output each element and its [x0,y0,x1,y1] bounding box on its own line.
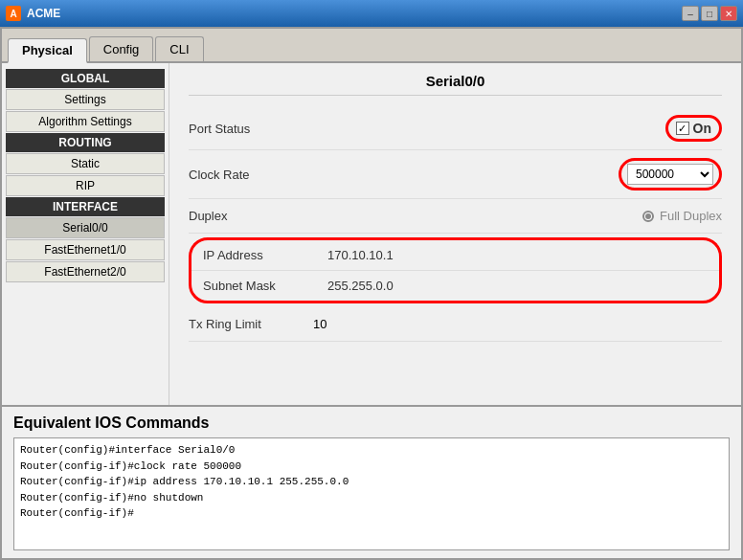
sidebar-item-fastethernet20[interactable]: FastEthernet2/0 [6,261,165,282]
clock-rate-row: Clock Rate 500000 1000000 2000000 400000… [189,150,722,199]
ios-line-4: Router(config-if)#no shutdown [20,490,723,506]
duplex-area: Full Duplex [642,209,722,223]
ios-commands-section: Equivalent IOS Commands Router(config)#i… [2,405,741,558]
app-icon: A [6,6,21,21]
subnet-mask-row: Subnet Mask 255.255.0.0 [191,271,719,301]
sidebar-item-rip[interactable]: RIP [6,175,165,196]
duplex-radio[interactable] [642,211,654,222]
duplex-value: Full Duplex [660,209,722,223]
ios-line-1: Router(config)#interface Serial0/0 [20,442,723,459]
duplex-row: Duplex Full Duplex [189,199,722,234]
ip-address-value: 170.10.10.1 [327,248,394,262]
subnet-mask-label: Subnet Mask [203,279,327,293]
duplex-label: Duplex [189,209,313,223]
clock-rate-select[interactable]: 500000 1000000 2000000 4000000 [627,164,713,185]
ip-address-label: IP Address [203,248,327,262]
port-status-area: ✓ On [665,115,722,142]
sidebar-item-static[interactable]: Static [6,153,165,174]
sidebar: GLOBAL Settings Algorithm Settings ROUTI… [2,63,169,405]
tab-physical[interactable]: Physical [8,38,87,63]
sidebar-header-routing: ROUTING [6,133,165,152]
minimize-button[interactable]: – [682,6,699,21]
sidebar-header-global: GLOBAL [6,69,165,88]
app-title: ACME [27,7,60,20]
sidebar-item-algorithm-settings[interactable]: Algorithm Settings [6,111,165,132]
ip-address-row: IP Address 170.10.10.1 [191,240,719,271]
clock-rate-area: 500000 1000000 2000000 4000000 [619,158,722,190]
maximize-button[interactable]: □ [701,6,718,21]
port-on-label: On [693,121,711,136]
ios-line-2: Router(config-if)#clock rate 500000 [20,459,723,475]
ios-line-5: Router(config-if)# [20,505,723,522]
content-area: GLOBAL Settings Algorithm Settings ROUTI… [2,63,741,405]
title-bar: A ACME – □ ✕ [0,0,743,27]
tx-ring-limit-label: Tx Ring Limit [189,317,313,331]
port-status-row: Port Status ✓ On [189,107,722,150]
clock-rate-label: Clock Rate [189,168,313,182]
sidebar-item-serial00[interactable]: Serial0/0 [6,217,165,238]
ios-line-3: Router(config-if)#ip address 170.10.10.1… [20,474,723,490]
sidebar-item-settings[interactable]: Settings [6,89,165,110]
tab-bar: Physical Config CLI [2,29,741,63]
port-status-checkbox[interactable]: ✓ [676,122,689,135]
close-button[interactable]: ✕ [720,6,737,21]
ios-console[interactable]: Router(config)#interface Serial0/0 Route… [13,437,730,550]
sidebar-header-interface: INTERFACE [6,197,165,216]
sidebar-item-fastethernet10[interactable]: FastEthernet1/0 [6,239,165,260]
panel-title: Serial0/0 [189,73,722,96]
window-controls: – □ ✕ [682,6,737,21]
main-panel: Serial0/0 Port Status ✓ On Clock Rate [169,63,741,405]
tab-config[interactable]: Config [89,36,154,61]
tab-cli[interactable]: CLI [155,36,203,61]
ip-subnet-wrapper: IP Address 170.10.10.1 Subnet Mask 255.2… [189,237,722,303]
main-window: Physical Config CLI GLOBAL Settings Algo… [0,27,743,560]
ios-title: Equivalent IOS Commands [13,414,730,432]
subnet-mask-value: 255.255.0.0 [327,279,394,293]
tx-ring-limit-value: 10 [313,317,722,331]
port-status-label: Port Status [189,122,313,136]
tx-ring-limit-row: Tx Ring Limit 10 [189,307,722,342]
